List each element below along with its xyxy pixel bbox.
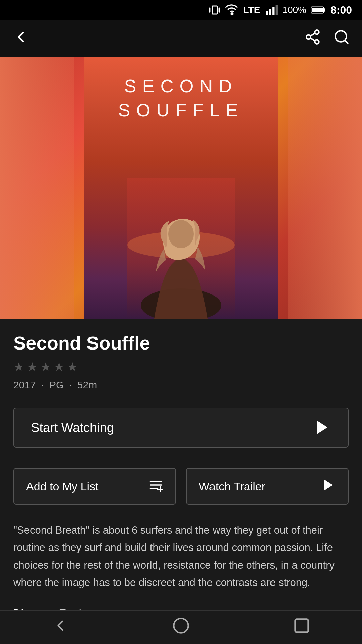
movie-year: 2017 [13, 379, 36, 391]
star-2: ★ [27, 360, 38, 374]
meta-dot-1: · [41, 379, 44, 391]
movie-rating: PG [49, 379, 64, 391]
movie-duration: 52m [77, 379, 97, 391]
home-nav-button[interactable] [172, 617, 190, 638]
svg-rect-30 [295, 619, 308, 632]
battery-icon [311, 6, 326, 14]
poster-bg-left [0, 57, 74, 319]
svg-rect-6 [272, 7, 274, 15]
svg-line-14 [310, 38, 315, 41]
meta-dot-2: · [69, 379, 72, 391]
star-4: ★ [54, 360, 64, 374]
status-bar: LTE 100% 8:00 [0, 0, 362, 20]
svg-marker-28 [324, 479, 333, 490]
watch-trailer-label: Watch Trailer [199, 480, 265, 493]
movie-meta: 2017 · PG · 52m [13, 379, 349, 391]
signal-icon [265, 4, 278, 16]
svg-rect-0 [212, 6, 217, 14]
star-rating: ★ ★ ★ ★ ★ [13, 360, 349, 374]
status-icons: LTE 100% 8:00 [208, 3, 352, 17]
watch-trailer-button[interactable]: Watch Trailer [186, 468, 349, 505]
share-button[interactable] [304, 29, 321, 49]
start-watching-label: Start Watching [31, 421, 114, 435]
nav-left [12, 28, 29, 49]
svg-rect-10 [312, 8, 323, 12]
svg-point-29 [174, 618, 188, 633]
poster-figure [117, 158, 245, 319]
start-watching-button[interactable]: Start Watching [13, 408, 349, 448]
back-nav-button[interactable] [52, 617, 69, 638]
action-buttons: Add to My List Watch Trailer [13, 468, 349, 505]
bottom-nav [0, 610, 362, 644]
wifi-icon [225, 3, 239, 17]
add-to-list-label: Add to My List [26, 480, 98, 493]
nav-bar [0, 20, 362, 57]
add-to-list-icon [148, 478, 163, 495]
battery-percentage: 100% [282, 5, 306, 15]
nav-right [304, 29, 350, 49]
svg-point-3 [231, 13, 233, 15]
vibrate-icon [208, 4, 221, 16]
back-button[interactable] [12, 28, 29, 49]
movie-description: "Second Breath" is about 6 surfers and t… [13, 522, 349, 591]
star-1: ★ [13, 360, 24, 374]
svg-rect-4 [266, 11, 268, 15]
content-area: Second Souffle ★ ★ ★ ★ ★ 2017 · PG · 52m… [0, 319, 362, 644]
recent-nav-button[interactable] [293, 617, 310, 638]
figure-svg [127, 178, 235, 319]
status-time: 8:00 [330, 4, 352, 16]
svg-rect-5 [269, 9, 271, 15]
svg-line-17 [345, 40, 348, 43]
poster-title: SECOND SOUFFLE [118, 74, 244, 122]
add-to-list-button[interactable]: Add to My List [13, 468, 176, 505]
svg-rect-7 [276, 5, 278, 15]
movie-poster: SECOND SOUFFLE [0, 57, 362, 319]
star-5: ★ [67, 360, 78, 374]
watch-trailer-icon [321, 478, 336, 495]
star-3: ★ [40, 360, 51, 374]
svg-rect-9 [324, 8, 325, 11]
movie-title: Second Souffle [13, 332, 349, 354]
svg-point-21 [168, 220, 194, 248]
search-button[interactable] [333, 29, 350, 49]
poster-bg-right [288, 57, 362, 319]
svg-marker-22 [317, 421, 327, 434]
play-icon [314, 419, 331, 437]
svg-line-15 [310, 33, 315, 36]
lte-label: LTE [243, 5, 260, 15]
poster-center: SECOND SOUFFLE [84, 57, 278, 319]
